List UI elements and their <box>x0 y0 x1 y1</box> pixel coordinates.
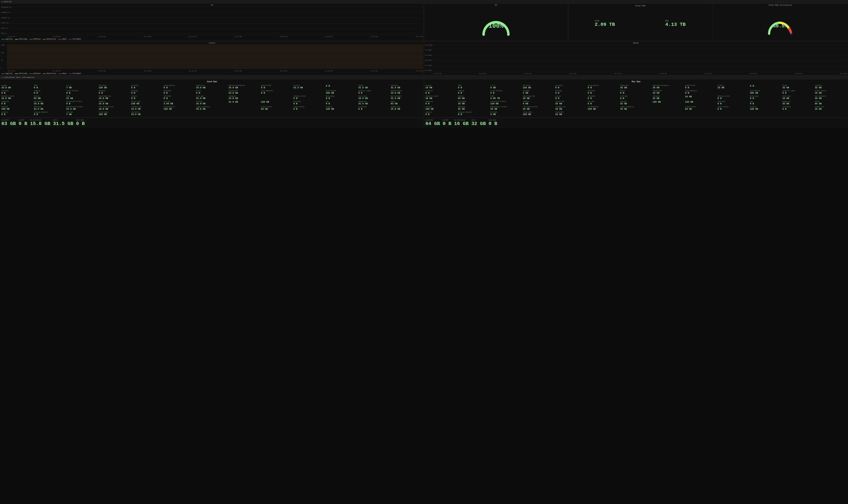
max-ram-cell-11: blade32 GB <box>782 84 814 89</box>
ram-used-value: 2.09 TB <box>595 22 615 27</box>
used-ram-cell-38: max-hardware31.5 GB <box>391 95 422 100</box>
used-ram-cell-20: foodnstuff15.8 GB <box>229 90 260 95</box>
max-ram-cell-33: joesguns32 GB <box>653 95 684 100</box>
max-ram-cell-6: alpha-ent16 GB <box>620 84 652 89</box>
hp-gauge-container: 100% <box>425 6 567 40</box>
max-ram-cell-21: fulcrumassets0 B <box>685 90 717 95</box>
used-ram-cell-7: applied-energetics15.8 GB <box>229 84 260 89</box>
max-ram-cell-22 <box>718 90 749 95</box>
max-ram-cell-5: aevum-police0 B <box>588 84 619 89</box>
used-ram-cell-53: phantasy31.5 GB <box>34 106 66 111</box>
used-ram-cell-66: taiyang-digital0 B <box>34 111 66 116</box>
host-tables-row: Used Ram 4sigma15.8 GBCSEC0 BI.I.I7 GBTh… <box>0 79 848 127</box>
used-ram-zbdef: zb-def 0 B <box>19 119 27 127</box>
used-ram-cell-50: omega-net31.5 GB <box>358 100 390 105</box>
levels-y-axis: 1000 100 10 1 <box>1 44 5 69</box>
used-ram-cell-5: aevum-police0 B <box>164 84 195 89</box>
xp-svg <box>8 6 423 34</box>
legend-defense: Defense <box>29 38 41 40</box>
max-ram-cell-17: defcomm0 B <box>555 90 587 95</box>
max-ram-cell-46: 128 GB <box>653 100 684 105</box>
used-ram-cell-48: nova-med0 B <box>294 100 325 105</box>
individual-host-header[interactable]: ∨ Individual Host Information <box>0 76 848 79</box>
max-ram-cell-69: unitalife16 GB <box>555 111 587 116</box>
max-ram-cell-49: nwo0 B <box>750 100 782 105</box>
levels-legend-strength: Strength <box>69 73 81 74</box>
max-ram-cell-14: comptek0 B <box>458 90 490 95</box>
used-ram-cell-64: summit-uni15.8 GB <box>391 106 422 111</box>
max-ram-cell-37: lexo-corp16 GB <box>782 95 814 100</box>
used-ram-cell-6: alpha-ent15.8 GB <box>196 84 228 89</box>
total-ram-title: Total RAM <box>569 5 711 7</box>
ram-max-label: Max <box>665 20 669 22</box>
max-ram-cell-15: crush-fitness0 B <box>490 90 522 95</box>
used-ram-cell-0: 4sigma15.8 GB <box>1 84 33 89</box>
lvl-hack-line <box>58 73 61 74</box>
lvl-agility-line <box>1 73 5 74</box>
used-ram-cell-17: defcomm0 B <box>131 90 163 95</box>
max-ram-cell-66: taiyang-digital0 B <box>458 111 490 116</box>
used-ram-cell-51: omnia63 GB <box>391 100 422 105</box>
xp-x-axis: 15:29:30 15:30:00 15:30:30 15:31:00 15:3… <box>7 36 423 37</box>
lvl-defense-line <box>29 73 33 74</box>
max-ram-cell-34: 16 GB <box>685 95 717 100</box>
max-ram-cell-41: millenium-fitness128 GB <box>490 100 522 105</box>
max-ram-cell-2: I.I.I8 GB <box>490 84 522 89</box>
ram-used-label: Used <box>595 20 599 22</box>
ram-util-value: 50.5% <box>773 23 788 29</box>
used-ram-cell-46: 31.5 GB <box>229 100 260 105</box>
legend-agility: Agility <box>1 38 13 40</box>
max-ram-cell-56: rothman-uni16 GB <box>555 106 587 111</box>
max-ram-cell-9: b-and-a32 GB <box>718 84 749 89</box>
hp-gauge-value: 100% <box>489 22 504 30</box>
ram-max-value: 4.13 TB <box>665 22 686 27</box>
lvl-charisma-line <box>15 73 18 74</box>
legend-strength: Strength <box>69 38 81 40</box>
max-ram-cell-29: hong-fang-tea16 GB <box>523 95 554 100</box>
max-ram-cell-63: stormtech0 B <box>782 106 814 111</box>
xp-chart-panel: XP 10000000 xp 1000000 xp 100000 xp 1000… <box>0 3 424 41</box>
max-ram-cell-43: nectar-net16 GB <box>555 100 587 105</box>
used-ram-vitalife: vitalife 63 GB <box>1 119 16 127</box>
used-ram-cell-2: I.I.I7 GB <box>66 84 98 89</box>
used-ram-zeus: zeus-med 0 B <box>76 119 85 127</box>
max-ram-cell-36: kuai-gong0 B <box>750 95 782 100</box>
mid-row: Levels 1000 100 10 1 <box>0 41 848 76</box>
used-ram-cell-65: syscore0 B <box>1 111 33 116</box>
used-ram-cell-67: the-hub7 GB <box>66 111 98 116</box>
max-ram-cell-50: omega-net32 GB <box>782 100 814 105</box>
used-ram-cell-61: snap-fitness0 B <box>294 106 325 111</box>
max-ram-cell-59 <box>653 106 684 111</box>
levels-x-axis: 15:29:30 15:30:00 15:30:30 15:31:00 15:3… <box>7 70 423 72</box>
charisma-line <box>15 39 18 39</box>
max-ram-cell-38: max-hardware32 GB <box>815 95 847 100</box>
total-ram-panel: Total RAM Used 2.09 TB Max 4.13 TB <box>568 3 712 41</box>
used-ram-cell-13: clarkinc0 B <box>1 90 33 95</box>
used-ram-cell-15: crush-fitness0 B <box>66 90 98 95</box>
levels-svg <box>7 44 423 69</box>
used-ram-cell-35: johnson-ortho0 B <box>294 95 325 100</box>
used-ram-bottom-row: vitalife 63 GB zb-def 0 B zb-institute 1… <box>1 118 423 127</box>
used-ram-cell-23: fulcrumtech256 GB <box>326 90 357 95</box>
levels-legend-defense: Defense <box>29 73 41 74</box>
used-ram-cell-29: hong-fang-tea15.8 GB <box>99 95 130 100</box>
max-ram-cell-1: CSEC0 B <box>458 84 490 89</box>
dexterity-line <box>43 39 46 39</box>
max-ram-zbdef: zb-def 0 B <box>443 119 452 127</box>
used-ram-cell-16: darkweb0 B <box>99 90 130 95</box>
used-ram-cell-24: galactic-cyber0 B <box>358 90 390 95</box>
general-section-header[interactable]: ∨ General <box>0 0 848 3</box>
max-ram-cell-12: catalyst32 GB <box>815 84 847 89</box>
max-ram-cell-54: powerhouse-fitness32 GB <box>490 106 522 111</box>
levels-panel: Levels 1000 100 10 1 <box>0 41 424 75</box>
xp-chart-title: XP <box>1 4 423 6</box>
used-ram-cell-63: stormtech0 B <box>358 106 390 111</box>
ram-util-panel: Total Ram Utilization 50.5% <box>712 3 848 41</box>
used-ram-cell-31: infocomm0 B <box>164 95 195 100</box>
lvl-strength-line <box>69 73 72 74</box>
used-ram-cell-14: comptek0 B <box>34 90 66 95</box>
max-ram-cell-58: sigma-cosmetics16 GB <box>620 106 652 111</box>
used-ram-cell-59 <box>229 106 260 111</box>
money-panel: Money $10.000B $7.000B $5.000B $3.000B $… <box>424 41 848 75</box>
max-ram-cell-19: ecorp0 B <box>620 90 652 95</box>
